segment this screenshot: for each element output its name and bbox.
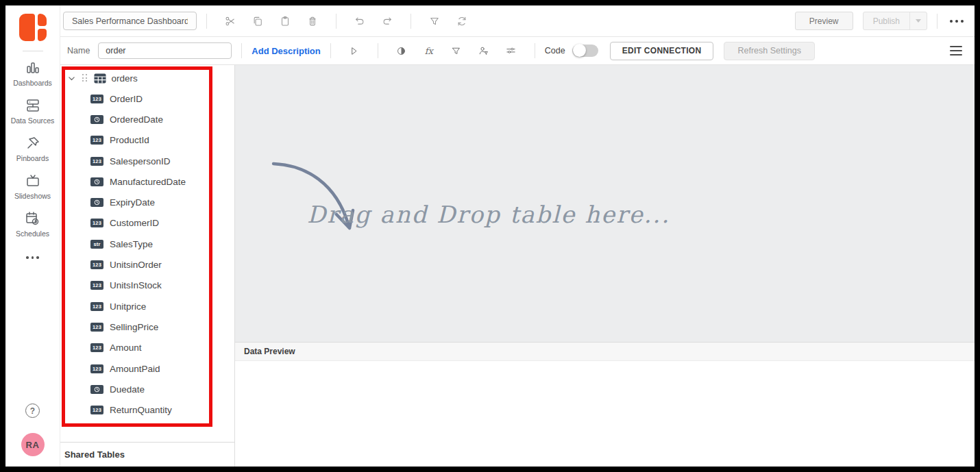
cut-icon <box>224 15 236 27</box>
sidebar-item-label: Slideshows <box>14 192 51 200</box>
tv-icon <box>25 173 41 189</box>
help-button[interactable]: ? <box>25 403 40 418</box>
chevron-down-icon[interactable] <box>67 74 76 83</box>
field-row-UnitsinOrder[interactable]: 123 UnitsinOrder <box>60 254 234 275</box>
data-preview-body <box>235 361 975 467</box>
publish-split-button[interactable]: Publish <box>863 12 927 30</box>
toolbar-separator <box>411 14 411 29</box>
table-name-input[interactable] <box>98 42 232 59</box>
field-name: ManufacturedDate <box>110 177 186 187</box>
field-type-badge: 123 <box>90 343 103 352</box>
copy-button[interactable] <box>244 10 271 33</box>
paste-button[interactable] <box>271 10 299 33</box>
table-schema-panel: orders 123 OrderID OrderedDate 123 Produ… <box>60 65 235 467</box>
table-node-orders[interactable]: orders <box>60 68 234 88</box>
preview-toggle-icon <box>395 45 407 57</box>
app-logo[interactable] <box>19 14 47 41</box>
field-row-SalespersonID[interactable]: 123 SalespersonID <box>60 151 234 171</box>
publish-button[interactable]: Publish <box>863 12 909 29</box>
field-row-Duedate[interactable]: Duedate <box>60 379 234 399</box>
field-name: CustomerID <box>110 218 159 228</box>
delete-button[interactable] <box>299 10 326 33</box>
field-name: ReturnQuantity <box>110 405 172 415</box>
field-row-AmountPaid[interactable]: 123 AmountPaid <box>60 358 234 379</box>
redo-button[interactable] <box>373 10 401 33</box>
sidebar-item-label: Dashboards <box>13 79 52 87</box>
shared-tables-section[interactable]: Shared Tables <box>60 442 234 467</box>
user-filter-button[interactable] <box>470 40 498 61</box>
field-row-Amount[interactable]: 123 Amount <box>60 338 234 358</box>
ellipsis-icon <box>961 20 964 23</box>
avatar-initials: RA <box>26 440 40 450</box>
filter-button[interactable] <box>421 10 448 33</box>
edit-connection-button[interactable]: EDIT CONNECTION <box>610 42 714 60</box>
expression-button[interactable]: fx <box>415 40 443 61</box>
sidebar-item-label: Pinboards <box>16 154 49 162</box>
sidebar-item-schedules[interactable]: Schedules <box>16 210 49 238</box>
undo-button[interactable] <box>346 10 373 33</box>
field-type-badge: 123 <box>90 406 103 414</box>
refresh-settings-button[interactable]: Refresh Settings <box>724 42 814 60</box>
designer-canvas-column: Drag and Drop table here... Data Preview <box>235 65 975 467</box>
toolbar-separator <box>336 14 336 29</box>
logo-shape <box>19 14 35 41</box>
table-drop-zone[interactable]: Drag and Drop table here... <box>235 65 975 343</box>
add-description-link[interactable]: Add Description <box>252 46 320 56</box>
field-row-Unitprice[interactable]: 123 Unitprice <box>60 296 234 316</box>
sidebar-item-dashboards[interactable]: Dashboards <box>13 60 52 87</box>
panel-menu-button[interactable] <box>947 43 965 59</box>
field-type-badge: 123 <box>90 364 103 373</box>
refresh-button[interactable] <box>448 10 476 33</box>
field-row-SalesType[interactable]: str SalesType <box>60 234 234 254</box>
query-settings-button[interactable] <box>498 40 525 61</box>
toolbar-separator <box>378 43 378 58</box>
toolbar-primary-right: Preview Publish <box>795 12 966 30</box>
data-preview-label: Data Preview <box>244 347 295 356</box>
content-area: orders 123 OrderID OrderedDate 123 Produ… <box>60 65 975 467</box>
menu-icon <box>950 46 962 48</box>
field-name: OrderID <box>110 94 143 104</box>
field-row-ReturnQuantity[interactable]: 123 ReturnQuantity <box>60 399 234 420</box>
clock-icon <box>94 179 100 185</box>
field-row-CustomerID[interactable]: 123 CustomerID <box>60 213 234 234</box>
field-type-badge <box>90 198 103 207</box>
sidebar-item-data-sources[interactable]: Data Sources <box>11 97 55 125</box>
field-row-ProductId[interactable]: 123 ProductId <box>60 130 234 151</box>
code-toggle[interactable] <box>572 45 598 57</box>
ellipsis-icon <box>26 256 29 259</box>
sidebar-item-slideshows[interactable]: Slideshows <box>14 173 51 200</box>
filter-icon <box>428 15 441 27</box>
logo-shape <box>38 14 47 26</box>
field-type-badge: 123 <box>90 260 103 269</box>
toolbar-primary: Preview Publish <box>60 5 975 37</box>
avatar[interactable]: RA <box>21 433 45 456</box>
field-row-ManufacturedDate[interactable]: ManufacturedDate <box>60 171 234 192</box>
query-filter-button[interactable] <box>443 40 470 61</box>
ellipsis-icon <box>950 20 953 23</box>
field-row-ExpiryDate[interactable]: ExpiryDate <box>60 192 234 212</box>
field-row-UnitsInStock[interactable]: 123 UnitsInStock <box>60 275 234 296</box>
ellipsis-icon <box>32 256 34 259</box>
run-query-button[interactable] <box>341 40 368 61</box>
preview-button[interactable]: Preview <box>795 12 853 30</box>
field-name: SellingPrice <box>110 322 158 332</box>
ellipsis-icon <box>36 256 39 259</box>
field-name: UnitsInStock <box>110 280 162 290</box>
field-row-OrderID[interactable]: 123 OrderID <box>60 88 234 109</box>
logo-shape <box>38 29 47 42</box>
more-options-button[interactable] <box>947 14 966 28</box>
field-row-OrderedDate[interactable]: OrderedDate <box>60 109 234 129</box>
rail-divider <box>23 51 43 51</box>
cut-button[interactable] <box>217 10 244 33</box>
sidebar-item-pinboards[interactable]: Pinboards <box>16 135 49 162</box>
field-name: Duedate <box>110 384 145 395</box>
preview-toggle-button[interactable] <box>388 40 415 61</box>
field-name: SalespersonID <box>110 156 171 166</box>
sidebar-more-button[interactable] <box>22 252 43 263</box>
field-row-SellingPrice[interactable]: 123 SellingPrice <box>60 316 234 337</box>
drag-handle-icon[interactable] <box>82 74 88 82</box>
publish-dropdown-button[interactable] <box>909 12 927 29</box>
field-name: Unitprice <box>110 301 146 312</box>
field-type-badge: 123 <box>90 157 103 166</box>
dashboard-title-input[interactable] <box>63 12 197 30</box>
